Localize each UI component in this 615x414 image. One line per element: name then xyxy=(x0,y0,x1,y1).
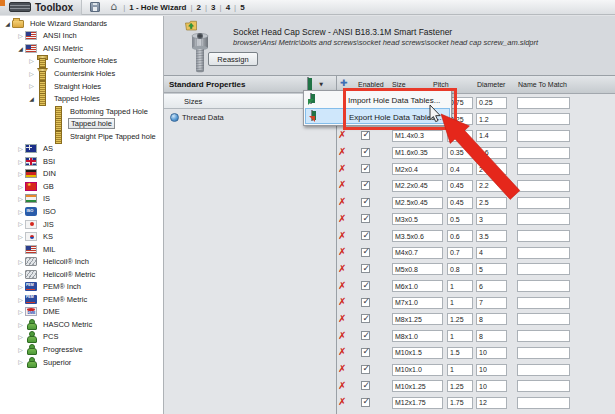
name-to-match-input[interactable] xyxy=(517,163,570,175)
tree-item[interactable]: PCS xyxy=(0,331,163,344)
diameter-input[interactable]: 2.5 xyxy=(476,197,507,209)
enabled-checkbox[interactable] xyxy=(361,331,370,340)
tree-item[interactable]: Tapped Holes xyxy=(0,92,163,105)
delete-row-icon[interactable]: ✗ xyxy=(338,196,346,207)
tree-item[interactable]: IS xyxy=(0,193,163,206)
enabled-checkbox[interactable] xyxy=(361,131,370,140)
pitch-input[interactable]: 0.3 xyxy=(447,130,473,142)
size-input[interactable]: M10x1.5 xyxy=(392,347,443,359)
name-to-match-input[interactable] xyxy=(517,280,570,292)
pitch-input[interactable]: 1 xyxy=(447,297,473,309)
tree-item[interactable]: AS xyxy=(0,142,163,155)
tree-caret-icon[interactable] xyxy=(16,233,25,241)
pitch-input[interactable]: 0.8 xyxy=(447,263,473,275)
name-to-match-input[interactable] xyxy=(517,230,570,242)
pitch-input[interactable]: 0.45 xyxy=(447,180,473,192)
enabled-checkbox[interactable] xyxy=(361,231,370,240)
delete-row-icon[interactable]: ✗ xyxy=(338,296,346,307)
name-to-match-input[interactable] xyxy=(517,180,570,192)
tree-item[interactable]: Counterbore Holes xyxy=(0,55,163,68)
enabled-checkbox[interactable] xyxy=(361,264,370,273)
pitch-input[interactable]: 1.25 xyxy=(447,380,473,392)
tree-item[interactable]: BSI xyxy=(0,155,163,168)
tree-item[interactable]: DME xyxy=(0,306,163,319)
name-to-match-input[interactable] xyxy=(517,263,570,275)
name-to-match-input[interactable] xyxy=(517,247,570,259)
tree-item[interactable]: Countersink Holes xyxy=(0,67,163,80)
diameter-input[interactable]: 0.25 xyxy=(476,97,507,109)
size-input[interactable]: M12x1.75 xyxy=(392,397,443,409)
pitch-input[interactable]: 0.45 xyxy=(447,197,473,209)
size-input[interactable]: M10x1.0 xyxy=(392,364,443,376)
delete-row-icon[interactable]: ✗ xyxy=(338,396,346,407)
name-to-match-input[interactable] xyxy=(517,97,570,109)
tree-item[interactable]: DIN xyxy=(0,168,163,181)
size-input[interactable]: M10x1.25 xyxy=(392,380,443,392)
pitch-input[interactable]: 1 xyxy=(447,280,473,292)
diameter-input[interactable]: 1.6 xyxy=(476,147,507,159)
name-to-match-input[interactable] xyxy=(517,113,570,125)
tree-item[interactable]: Straight Holes xyxy=(0,80,163,93)
name-to-match-input[interactable] xyxy=(517,330,570,342)
delete-row-icon[interactable]: ✗ xyxy=(338,263,346,274)
enabled-checkbox[interactable] xyxy=(361,298,370,307)
tree-item[interactable]: MIL xyxy=(0,243,163,256)
tree-caret-icon[interactable] xyxy=(27,95,36,103)
size-input[interactable]: M3x0.5 xyxy=(392,213,443,225)
size-input[interactable]: M8x1.0 xyxy=(392,330,443,342)
tree-caret-icon[interactable] xyxy=(16,283,25,291)
home-icon[interactable]: ⌂ xyxy=(110,2,117,12)
diameter-input[interactable]: 7 xyxy=(476,297,507,309)
enabled-checkbox[interactable] xyxy=(361,164,370,173)
enabled-checkbox[interactable] xyxy=(361,198,370,207)
tree-caret-icon[interactable] xyxy=(16,32,25,40)
name-to-match-input[interactable] xyxy=(517,397,570,409)
size-input[interactable]: M5x0.8 xyxy=(392,263,443,275)
tree-caret-icon[interactable] xyxy=(16,296,25,304)
pitch-input[interactable]: 1.75 xyxy=(447,397,473,409)
enabled-checkbox[interactable] xyxy=(361,181,370,190)
nav-item[interactable]: 2 xyxy=(186,3,201,12)
tree-caret-icon[interactable] xyxy=(16,145,25,153)
save-icon[interactable] xyxy=(90,2,100,12)
tree-caret-icon[interactable] xyxy=(16,208,25,216)
diameter-input[interactable]: 8 xyxy=(476,330,507,342)
enabled-checkbox[interactable] xyxy=(361,281,370,290)
tree-item[interactable]: ISO xyxy=(0,205,163,218)
size-input[interactable]: M8x1.25 xyxy=(392,313,443,325)
name-to-match-input[interactable] xyxy=(517,213,570,225)
name-to-match-input[interactable] xyxy=(517,297,570,309)
tree-caret-icon[interactable] xyxy=(16,333,25,341)
tree-caret-icon[interactable] xyxy=(16,258,25,266)
tree-item[interactable]: KS xyxy=(0,230,163,243)
delete-row-icon[interactable]: ✗ xyxy=(338,213,346,224)
delete-row-icon[interactable]: ✗ xyxy=(338,346,346,357)
enabled-checkbox[interactable] xyxy=(361,381,370,390)
name-to-match-input[interactable] xyxy=(517,147,570,159)
tree-caret-icon[interactable] xyxy=(16,346,25,354)
pitch-input[interactable]: 0.35 xyxy=(447,147,473,159)
delete-row-icon[interactable]: ✗ xyxy=(338,363,346,374)
size-input[interactable]: M7x1.0 xyxy=(392,297,443,309)
pitch-input[interactable]: 0.7 xyxy=(447,247,473,259)
delete-row-icon[interactable]: ✗ xyxy=(338,146,346,157)
size-input[interactable]: M6x1.0 xyxy=(392,280,443,292)
pitch-input[interactable]: 0.6 xyxy=(447,230,473,242)
diameter-input[interactable]: 6 xyxy=(476,280,507,292)
size-input[interactable]: M1.4x0.3 xyxy=(392,130,443,142)
size-input[interactable]: M4x0.7 xyxy=(392,247,443,259)
diameter-input[interactable]: 2.2 xyxy=(476,180,507,192)
delete-row-icon[interactable]: ✗ xyxy=(338,380,346,391)
tree-item[interactable]: ANSI Inch xyxy=(0,30,163,43)
diameter-input[interactable]: 4 xyxy=(476,247,507,259)
tree-item[interactable]: Helicoil® Metric xyxy=(0,268,163,281)
tree-item[interactable]: Hole Wizard Standards xyxy=(0,17,163,30)
enabled-checkbox[interactable] xyxy=(361,148,370,157)
size-input[interactable]: M2.5x0.45 xyxy=(392,197,443,209)
enabled-checkbox[interactable] xyxy=(361,365,370,374)
nav-item[interactable]: 3 xyxy=(201,3,216,12)
diameter-input[interactable]: 12 xyxy=(476,397,507,409)
enabled-checkbox[interactable] xyxy=(361,348,370,357)
size-input[interactable]: M1.6x0.35 xyxy=(392,147,443,159)
tree-item[interactable]: Helicoil® Inch xyxy=(0,255,163,268)
